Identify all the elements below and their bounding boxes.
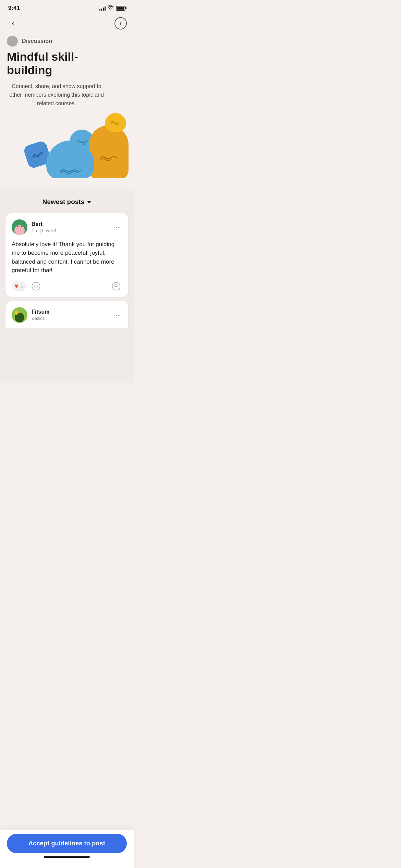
newest-posts-label: Newest posts	[42, 198, 84, 206]
svg-point-3	[21, 225, 23, 227]
heart-reaction-button[interactable]: ♥ 1	[12, 281, 26, 291]
newest-posts-filter-button[interactable]: Newest posts	[38, 196, 95, 208]
posts-header: Newest posts	[0, 189, 134, 213]
svg-point-2	[17, 225, 19, 227]
discussion-circle-icon	[7, 36, 18, 47]
category-label: Discussion	[22, 38, 52, 44]
hero-section: Discussion Mindful skill-building Connec…	[0, 32, 134, 180]
dropdown-arrow-icon	[87, 201, 91, 204]
back-chevron-icon: ‹	[12, 19, 14, 28]
hero-text-area: Discussion Mindful skill-building Connec…	[7, 36, 127, 108]
heart-icon: ♥	[14, 282, 19, 290]
author-details: Bert Pro | Level 4	[32, 221, 57, 233]
posts-section: Newest posts Bert Pro | Level 4	[0, 189, 134, 383]
post-header: Bert Pro | Level 4 ···	[12, 219, 122, 235]
author-level: Basics	[32, 316, 49, 321]
info-icon: i	[120, 20, 121, 26]
avatar	[12, 307, 27, 323]
post-card: Fitsum Basics ···	[5, 301, 128, 328]
reaction-count: 1	[21, 283, 23, 289]
discussion-row: Discussion	[7, 36, 106, 47]
illustration-area	[7, 111, 127, 180]
more-options-button[interactable]: ···	[111, 310, 122, 321]
battery-icon	[116, 6, 125, 11]
hero-description: Connect, share, and show support to othe…	[7, 82, 106, 108]
post-reactions: ♥ 1	[12, 280, 42, 292]
more-options-button[interactable]: ···	[111, 222, 122, 233]
hero-title: Mindful skill-building	[7, 50, 106, 77]
nav-bar: ‹ i	[0, 14, 134, 32]
post-header: Fitsum Basics ···	[12, 307, 122, 323]
add-reaction-button[interactable]	[30, 280, 42, 292]
back-button[interactable]: ‹	[7, 17, 19, 29]
svg-point-12	[14, 311, 19, 315]
post-author-info: Bert Pro | Level 4	[12, 219, 57, 235]
post-author-info: Fitsum Basics	[12, 307, 49, 323]
post-card: Bert Pro | Level 4 ··· Absolutely love i…	[5, 213, 128, 297]
author-level: Pro | Level 4	[32, 228, 57, 233]
char-yellow-head-icon	[105, 113, 126, 132]
status-time: 9:41	[8, 5, 20, 12]
signal-bars-icon	[99, 6, 106, 11]
char-orange-body-icon	[89, 125, 129, 180]
post-content: Absolutely love it! Thank you for guidin…	[12, 240, 122, 275]
svg-point-6	[37, 285, 38, 286]
status-icons	[99, 5, 125, 11]
author-name: Bert	[32, 221, 57, 227]
info-button[interactable]: i	[114, 17, 127, 29]
wifi-icon	[108, 5, 114, 11]
comment-button[interactable]	[110, 280, 122, 292]
status-bar: 9:41	[0, 0, 134, 14]
post-actions: ♥ 1	[12, 280, 122, 292]
author-name: Fitsum	[32, 309, 49, 315]
avatar	[12, 219, 27, 235]
author-details: Fitsum Basics	[32, 309, 49, 321]
svg-point-5	[35, 285, 35, 286]
